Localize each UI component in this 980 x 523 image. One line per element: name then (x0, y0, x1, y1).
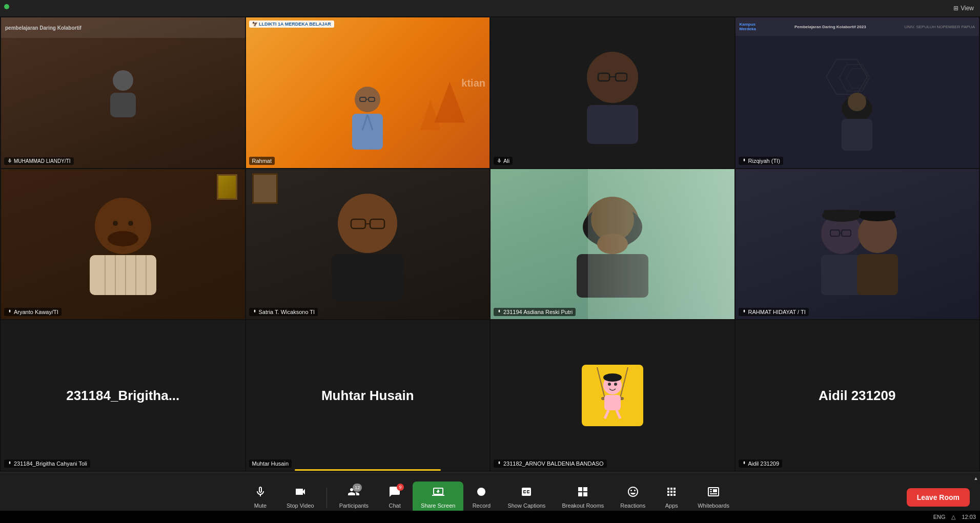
participant-tile: pembelajaran Daring Kolabortif MUHAMMAD … (1, 17, 245, 168)
mute-indicator-satria: Satria T. Wicaksono TI (249, 308, 318, 316)
breakout-rooms-label: Breakout Rooms (562, 503, 604, 509)
participants-button[interactable]: 12 Participants (331, 482, 377, 513)
participants-label: Participants (339, 503, 369, 509)
svg-point-66 (477, 488, 485, 496)
svg-point-60 (608, 383, 611, 386)
mic-icon-r (742, 158, 747, 163)
mute-indicator-ali: Ali (494, 157, 513, 165)
mic-icon-rh (742, 309, 747, 315)
svg-line-65 (617, 410, 620, 419)
record-label: Record (473, 503, 491, 509)
aryanto-person (79, 193, 167, 295)
top-bar: ⊞ View (0, 0, 980, 16)
chat-button[interactable]: 9 Chat (377, 482, 413, 513)
participant-tile-aryanto: Aryanto Kaway/TI (1, 169, 245, 320)
mute-indicator-aidil: Aidil 231209 (739, 459, 783, 468)
mute-icon (254, 486, 267, 500)
mute-indicator-rizqiyah: Rizqiyah (TI) (739, 157, 783, 165)
status-bar: ENG △ 12:03 (0, 511, 980, 523)
svg-point-25 (128, 221, 133, 226)
grid-icon: ⊞ (953, 5, 958, 12)
mic-icon-ai (742, 461, 747, 466)
stop-video-button[interactable]: Stop Video ▲ (278, 482, 322, 513)
participant-tile-brigitha: 231184_Brigitha... 231184_Brigitha Cahya… (1, 320, 245, 471)
mic-icon-b (7, 461, 12, 466)
svg-rect-1 (110, 93, 136, 117)
record-button[interactable]: Record (463, 482, 499, 513)
participant-tile-ali: Ali (491, 17, 734, 168)
clock: 12:03 (962, 514, 976, 520)
participant-name-brigitha: 231184_Brigitha Cahyani Toli (14, 461, 87, 467)
svg-rect-36 (332, 254, 403, 300)
participant-name-asdiana: 231194 Asdiana Reski Putri (503, 309, 573, 315)
svg-point-24 (113, 221, 118, 226)
ali-person-svg (571, 41, 654, 144)
person-silhouette (103, 66, 144, 117)
apps-button[interactable]: Apps ▲ (654, 482, 689, 513)
svg-rect-54 (860, 211, 895, 218)
reactions-label: Reactions (620, 503, 645, 509)
language-indicator: ENG (933, 514, 946, 520)
green-indicator (4, 4, 9, 9)
mute-indicator-aryanto: Aryanto Kaway/TI (4, 308, 62, 316)
svg-marker-17 (851, 72, 868, 86)
audio-indicator (295, 469, 441, 471)
svg-point-20 (848, 93, 866, 111)
participant-display-name-brigitha: 231184_Brigitha... (66, 388, 179, 404)
svg-rect-21 (842, 119, 872, 151)
view-label: View (961, 5, 974, 12)
mic-icon-ar (497, 461, 502, 466)
chat-icon: 9 (389, 486, 401, 500)
mic-icon (497, 158, 502, 163)
svg-rect-51 (821, 255, 862, 295)
reactions-button[interactable]: Reactions ▲ (612, 482, 654, 513)
apps-label: Apps (665, 503, 678, 509)
view-button[interactable]: ⊞ View (953, 5, 974, 12)
participant-tile-rahmat: 🦅 LLDIKTI 1A MERDEKA BELAJAR (246, 17, 490, 168)
mute-indicator-rahmat-hidayat: RAHMAT HIDAYAT / TI (739, 308, 809, 316)
svg-rect-13 (587, 105, 638, 144)
participant-name-rahmat-hidayat: RAHMAT HIDAYAT / TI (748, 309, 806, 315)
whiteboards-button[interactable]: Whiteboards (689, 482, 738, 513)
participant-name-satria: Satria T. Wicaksono TI (259, 309, 315, 315)
record-icon (475, 486, 487, 500)
participant-display-name-muhtar: Muhtar Husain (321, 388, 414, 404)
svg-rect-50 (824, 210, 860, 218)
breakout-rooms-button[interactable]: Breakout Rooms (554, 482, 612, 513)
separator-1 (326, 488, 327, 508)
video-grid: pembelajaran Daring Kolabortif MUHAMMAD … (0, 16, 980, 472)
battery-indicator: △ (951, 514, 955, 520)
participant-name-muhtar: Muhtar Husain (252, 461, 289, 467)
mute-indicator: MUHAMMAD LIANDY/TI (4, 157, 74, 165)
reactions-icon (627, 486, 639, 500)
chat-badge: 9 (397, 484, 404, 491)
mic-slash-icon (7, 158, 12, 163)
mic-icon-a (7, 309, 12, 315)
share-screen-button[interactable]: Share Screen ▲ (413, 482, 463, 513)
leave-room-button[interactable]: Leave Room (907, 488, 970, 507)
participant-tile-muhtar: Muhtar Husain Muhtar Husain (246, 320, 490, 471)
participant-tile-rahmat-hidayat: RAHMAT HIDAYAT / TI (736, 169, 979, 320)
stop-video-label: Stop Video (287, 503, 314, 509)
share-screen-label: Share Screen (421, 503, 455, 509)
svg-point-61 (614, 383, 617, 386)
camera-icon (294, 486, 307, 500)
participant-name-aryanto: Aryanto Kaway/TI (14, 309, 58, 315)
mute-label: Mute (254, 503, 267, 509)
participant-tile-aidil: Aidil 231209 Aidil 231209 (736, 320, 979, 471)
svg-point-0 (113, 70, 133, 91)
banner-logo: 🦅 LLDIKTI 1A MERDEKA BELAJAR (252, 22, 331, 27)
mute-indicator-rahmat: Rahmat (249, 157, 275, 165)
mute-indicator-asdiana: 231194 Asdiana Reski Putri (494, 308, 576, 316)
participant-tile-arnov: 231182_ARNOV BALDENIA BANDASO (491, 320, 734, 471)
participant-tile-satria: Satria T. Wicaksono TI (246, 169, 490, 320)
captions-icon (520, 486, 533, 500)
chat-label: Chat (389, 503, 400, 509)
svg-point-62 (603, 373, 622, 382)
whiteboards-label: Whiteboards (698, 503, 729, 509)
show-captions-button[interactable]: Show Captions ▲ (499, 482, 554, 513)
mute-indicator-muhtar: Muhtar Husain (249, 459, 292, 468)
mute-button[interactable]: Mute ▲ (242, 482, 278, 513)
share-screen-icon (432, 486, 444, 500)
apps-chevron: ▲ (974, 476, 978, 481)
